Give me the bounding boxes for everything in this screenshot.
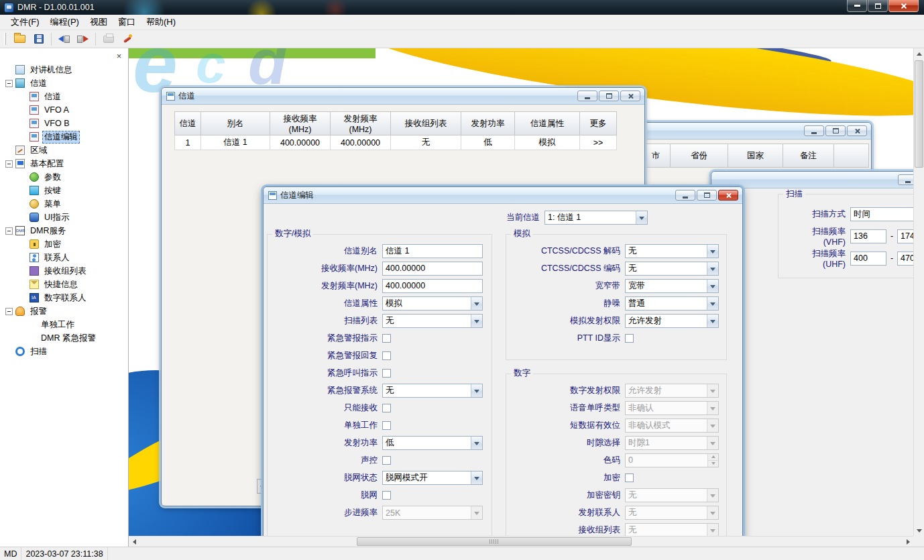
tree-item-channel-group[interactable]: 信道 — [0, 76, 128, 90]
squelch-combo[interactable]: 普通 — [625, 296, 719, 311]
minimize-button[interactable] — [804, 125, 824, 136]
tree-item-scan[interactable]: 扫描 — [0, 345, 128, 358]
maximize-button[interactable] — [825, 125, 846, 136]
radio-info-icon — [15, 65, 25, 74]
app-minimize-button[interactable] — [847, 0, 867, 12]
maximize-icon — [875, 3, 881, 9]
tree-item-digital-contacts[interactable]: 数字联系人 — [0, 291, 128, 304]
cell-more-button[interactable]: >> — [580, 135, 617, 150]
window-titlebar[interactable] — [711, 172, 924, 188]
tree-item-basic-config[interactable]: 基本配置 — [0, 157, 128, 170]
tree-item-dmr-emergency[interactable]: DMR 紧急报警 — [0, 331, 128, 345]
scroll-right-button[interactable] — [903, 537, 913, 547]
ctcss-decode-combo[interactable]: 无 — [625, 244, 719, 258]
scroll-up-button[interactable] — [914, 48, 924, 59]
cell-tx-power[interactable]: 低 — [461, 135, 515, 150]
minimize-button[interactable] — [577, 91, 597, 101]
save-button[interactable] — [30, 32, 47, 46]
tree-item-alarm[interactable]: 报警 — [0, 304, 128, 318]
cell-alias[interactable]: 信道 1 — [201, 135, 270, 150]
bandwidth-combo[interactable]: 宽带 — [625, 279, 719, 293]
ctcss-encode-combo[interactable]: 无 — [625, 262, 719, 276]
cell-rx-frequency[interactable]: 400.00000 — [270, 135, 331, 150]
write-to-radio-button[interactable] — [74, 32, 91, 46]
maximize-button[interactable] — [599, 91, 619, 101]
encrypt-checkbox[interactable] — [625, 473, 634, 482]
collapse-icon[interactable] — [5, 80, 13, 87]
emergency-alarm-indication-checkbox[interactable] — [382, 334, 391, 343]
analog-tx-permit-combo[interactable]: 允许发射 — [625, 314, 719, 328]
tree-item-quick-message[interactable]: 快捷信息 — [0, 278, 128, 291]
app-titlebar[interactable]: DMR - D1.00.01.001 — [0, 0, 924, 15]
maximize-button[interactable] — [697, 190, 717, 201]
tree-item-channel-edit[interactable]: 信道编辑 — [0, 130, 128, 144]
scan-vhf-from-input[interactable] — [850, 229, 886, 243]
tree-item-channel[interactable]: 信道 — [0, 90, 128, 103]
collapse-icon[interactable] — [5, 160, 13, 168]
cell-tx-frequency[interactable]: 400.00000 — [331, 135, 391, 150]
tree-item-menu[interactable]: 菜单 — [0, 197, 128, 211]
emergency-alarm-ack-checkbox[interactable] — [382, 351, 391, 360]
field-label: 接收频率(MHz) — [267, 263, 382, 274]
rx-frequency-input[interactable] — [382, 262, 483, 276]
tree-item-parameters[interactable]: 参数 — [0, 170, 128, 184]
vertical-scrollbar-thumb[interactable] — [915, 60, 923, 168]
rx-only-checkbox[interactable] — [382, 404, 391, 412]
scroll-left-button[interactable] — [129, 537, 139, 547]
emergency-alarm-system-combo[interactable]: 无 — [382, 384, 483, 398]
scan-list-combo[interactable]: 无 — [382, 314, 483, 328]
spinner-down-icon — [708, 461, 718, 467]
read-from-radio-button[interactable] — [56, 32, 72, 46]
sidebar-close-button[interactable] — [114, 51, 124, 60]
tree-item-encryption[interactable]: 加密 — [0, 237, 128, 251]
form-row: 扫描频率(UHF) - — [790, 251, 924, 266]
minimize-button[interactable] — [675, 190, 695, 201]
channel-type-combo[interactable]: 模拟 — [382, 296, 483, 311]
horizontal-scrollbar-thumb[interactable] — [357, 537, 632, 546]
vertical-scrollbar[interactable] — [913, 48, 924, 536]
cell-channel-number[interactable]: 1 — [174, 135, 201, 150]
tree-item-lone-work[interactable]: 单独工作 — [0, 318, 128, 331]
lone-worker-checkbox[interactable] — [382, 421, 391, 430]
print-button[interactable] — [100, 32, 117, 46]
program-tool-button[interactable] — [119, 32, 135, 46]
close-button[interactable] — [847, 125, 867, 136]
tree-item-ui-indication[interactable]: UI指示 — [0, 211, 128, 224]
horizontal-scrollbar[interactable] — [129, 536, 913, 547]
tx-power-combo[interactable]: 低 — [382, 436, 483, 450]
close-button[interactable] — [718, 190, 738, 201]
tx-frequency-input[interactable] — [382, 279, 483, 293]
ptt-id-display-checkbox[interactable] — [625, 334, 634, 343]
tree-item-keys[interactable]: 按键 — [0, 184, 128, 197]
open-file-button[interactable] — [11, 32, 28, 46]
channel-alias-input[interactable] — [382, 244, 483, 258]
offline-status-combo[interactable]: 脱网模式开 — [382, 471, 483, 485]
scan-uhf-from-input[interactable] — [850, 251, 886, 266]
offline-checkbox[interactable] — [382, 491, 391, 500]
tree-item-vfo-a[interactable]: VFO A — [0, 103, 128, 117]
collapse-icon[interactable] — [5, 227, 13, 235]
window-titlebar[interactable]: 信道编辑 — [264, 187, 742, 204]
close-button[interactable] — [620, 91, 640, 101]
current-channel-combo[interactable]: 1: 信道 1 — [544, 211, 648, 225]
menu-help[interactable]: 帮助(H) — [141, 14, 181, 30]
tree-item-radio-info[interactable]: 对讲机信息 — [0, 63, 128, 76]
cell-rx-group-list[interactable]: 无 — [391, 135, 461, 150]
tree-item-vfo-b[interactable]: VFO B — [0, 117, 128, 130]
vox-checkbox[interactable] — [382, 456, 391, 465]
window-titlebar[interactable]: 信道 — [162, 88, 644, 105]
menu-view[interactable]: 视图 — [84, 14, 113, 30]
tree-item-rx-group-list[interactable]: 接收组列表 — [0, 264, 128, 278]
menu-program[interactable]: 编程(P) — [45, 14, 84, 30]
collapse-icon[interactable] — [5, 308, 13, 315]
menu-window[interactable]: 窗口 — [113, 14, 141, 30]
menu-file[interactable]: 文件(F) — [5, 14, 45, 30]
scroll-down-button[interactable] — [914, 525, 924, 536]
app-maximize-button[interactable] — [868, 0, 888, 12]
tree-item-zone[interactable]: 区域 — [0, 144, 128, 157]
cell-channel-type[interactable]: 模拟 — [515, 135, 580, 150]
tree-item-dmr-service[interactable]: DMR服务 — [0, 224, 128, 237]
tree-item-contacts[interactable]: 联系人 — [0, 251, 128, 264]
emergency-call-indication-checkbox[interactable] — [382, 369, 391, 378]
app-close-button[interactable] — [888, 0, 919, 12]
